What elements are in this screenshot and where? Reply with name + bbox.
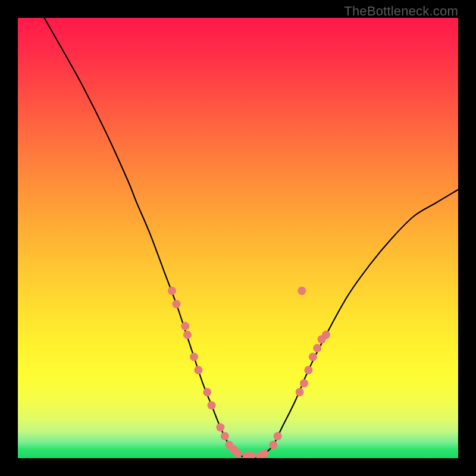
data-dot: [181, 322, 189, 330]
data-dot: [313, 344, 321, 352]
data-dot: [309, 353, 317, 361]
data-dot: [298, 287, 306, 295]
data-dot: [203, 388, 211, 396]
data-dot: [194, 366, 202, 374]
data-dot: [172, 300, 180, 308]
data-dot: [168, 287, 176, 295]
chart-frame: TheBottleneck.com: [0, 0, 476, 476]
data-dot: [274, 432, 282, 440]
curve-layer: [18, 18, 458, 458]
data-dot: [304, 366, 312, 374]
bottleneck-curve: [44, 18, 458, 458]
data-dot: [296, 388, 304, 396]
data-dot: [183, 331, 192, 339]
data-dot: [322, 331, 330, 339]
data-dot: [269, 441, 277, 449]
watermark-text: TheBottleneck.com: [344, 4, 458, 19]
data-dot: [216, 423, 224, 431]
data-dot: [221, 432, 229, 440]
data-dot: [260, 450, 268, 458]
plot-area: [18, 18, 458, 458]
data-dots-group: [168, 287, 330, 458]
data-dot: [190, 353, 198, 361]
data-dot: [234, 450, 242, 458]
data-dot: [208, 401, 216, 409]
data-dot: [300, 379, 308, 387]
